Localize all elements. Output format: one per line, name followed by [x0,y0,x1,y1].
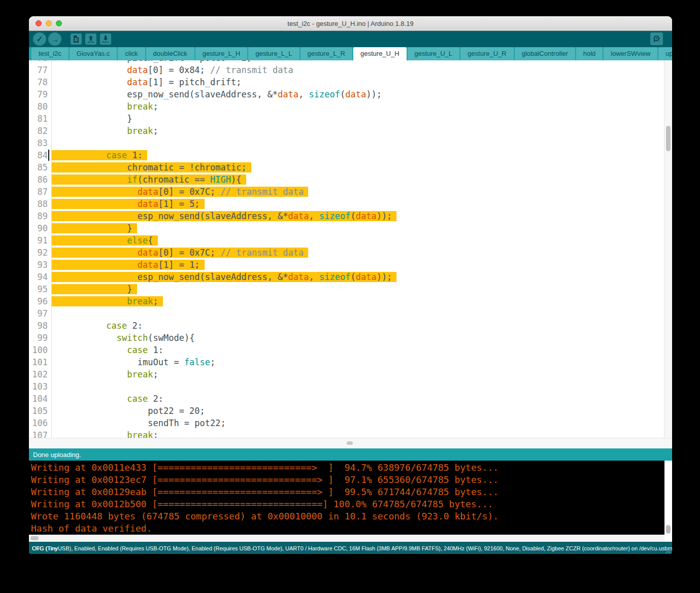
save-button[interactable] [100,33,111,45]
code-line[interactable]: 90 } [29,222,664,234]
resize-grip-icon[interactable] [663,546,671,554]
upload-status-bar: Done uploading. [29,448,672,461]
tab-GiovaYas.c[interactable]: GiovaYas.c [70,47,117,60]
code-line[interactable]: 92 data[0] = 0x7C; // transmit data [29,247,664,259]
document-icon [72,35,80,43]
code-line[interactable]: 93 data[1] = 1; [29,259,664,271]
code-line[interactable]: 86 if(chromatic == HIGH){ [29,173,664,186]
tab-gesture_U_R[interactable]: gesture_U_R [460,47,514,60]
code-line[interactable]: 84 case 1: [29,149,664,161]
code-line-text: case 1: [52,149,664,161]
code-line[interactable]: 100 case 1: [29,344,664,356]
line-number: 85 [29,161,52,173]
tab-hold[interactable]: hold [576,47,603,60]
code-line[interactable]: 77 data[0] = 0x84; // transmit data [29,64,664,76]
upload-button[interactable]: → [48,32,61,46]
code-editor[interactable]: 76 pitch_drift = poteo - 2;77 data[0] = … [29,60,672,438]
title-bar[interactable]: test_i2c - gesture_U_H.ino | Arduino 1.8… [29,16,672,31]
code-line[interactable]: 80 break; [29,100,664,113]
tab-gesture_U_L[interactable]: gesture_U_L [408,47,459,60]
line-number: 100 [29,344,52,356]
console-vertical-scrollbar-thumb[interactable] [666,525,671,534]
selection-highlight: else{ [54,235,158,246]
window-title: test_i2c - gesture_U_H.ino | Arduino 1.8… [287,20,413,27]
tab-label: gesture_L_L [255,47,292,60]
code-line[interactable]: 79 esp_now_send(slaveAddress, &*data, si… [29,88,664,100]
code-line[interactable]: 94 esp_now_send(slaveAddress, &*data, si… [29,271,664,283]
code-line[interactable]: 78 data[1] = pitch_drift; [29,76,664,88]
tab-gesture_L_R[interactable]: gesture_L_R [301,47,352,60]
selection-highlight: data[0] = 0x7C; // transmit data [54,187,308,197]
code-line[interactable]: 106 sendTh = pot22; [29,417,664,429]
line-number: 92 [29,247,52,259]
line-number: 80 [29,100,52,113]
tab-click[interactable]: click [118,47,145,60]
new-sketch-button[interactable] [71,33,82,45]
minimize-button[interactable] [46,20,52,26]
code-line[interactable]: 81 } [29,113,664,125]
zoom-button[interactable] [56,20,62,26]
console-vertical-scrollbar[interactable] [664,461,672,542]
tab-lowerSWview[interactable]: lowerSWview [604,47,657,60]
close-button[interactable] [36,20,42,26]
selection-highlight: break; [54,296,163,306]
code-line[interactable]: 89 esp_now_send(slaveAddress, &*data, si… [29,210,664,222]
code-line[interactable]: 101 imuOut = false; [29,356,664,368]
tab-up[interactable]: upSWv [658,47,672,60]
tab-gesture_L_H[interactable]: gesture_L_H [195,47,247,60]
code-line[interactable]: 96 break; [29,295,664,307]
console-line: Writing at 0x0012b500 [=================… [31,498,672,510]
code-line[interactable]: 97 [29,307,664,320]
tab-gesture_L_L[interactable]: gesture_L_L [248,47,299,60]
open-button[interactable] [85,33,96,45]
code-line-text: esp_now_send(slaveAddress, &*data, sizeo… [52,271,664,283]
tab-label: gesture_U_R [468,47,507,60]
line-number: 103 [29,380,52,393]
code-line[interactable]: 107 break; [29,429,664,438]
code-line[interactable]: 99 switch(swMode){ [29,332,664,344]
code-line-text: data[0] = 0x7C; // transmit data [52,186,664,198]
code-line[interactable]: 91 else{ [29,234,664,247]
code-line-text: data[0] = 0x7C; // transmit data [52,247,664,259]
code-line-text: case 1: [52,344,664,356]
verify-button[interactable]: ✓ [33,32,46,46]
serial-monitor-button[interactable] [650,32,663,45]
editor-horizontal-scrollbar-thumb[interactable] [347,441,353,445]
code-line-text: if(chromatic == HIGH){ [52,173,664,186]
code-line-text: break; [52,100,664,113]
code-line[interactable]: 85 chromatic = !chromatic; [29,161,664,173]
code-line-text: case 2: [52,320,664,332]
code-line[interactable]: 83 [29,137,664,149]
line-number: 82 [29,125,52,137]
code-line[interactable]: 102 break; [29,368,664,380]
tab-globalController[interactable]: globalController [515,47,575,60]
editor-vertical-scrollbar[interactable] [664,60,672,438]
selection-highlight: esp_now_send(slaveAddress, &*data, sizeo… [54,211,396,221]
editor-horizontal-scrollbar[interactable] [29,438,672,448]
console-line: Writing at 0x0011e433 [=================… [31,462,672,474]
console-horizontal-scrollbar-thumb[interactable] [30,536,39,540]
code-lines: 76 pitch_drift = poteo - 2;77 data[0] = … [29,60,664,438]
console-horizontal-scrollbar[interactable] [29,535,664,542]
code-line[interactable]: 88 data[1] = 5; [29,198,664,210]
code-line[interactable]: 105 pot22 = 20; [29,405,664,417]
code-line[interactable]: 82 break; [29,125,664,137]
line-number: 81 [29,113,52,125]
code-line-text: break; [52,429,664,438]
code-line[interactable]: 76 pitch_drift = poteo - 2; [29,60,664,64]
tab-gesture_U_H[interactable]: gesture_U_H [353,47,407,60]
code-line[interactable]: 104 case 2: [29,393,664,405]
code-line-text: esp_now_send(slaveAddress, &*data, sizeo… [52,210,664,222]
line-number: 78 [29,76,52,88]
editor-vertical-scrollbar-thumb[interactable] [666,126,671,151]
console[interactable]: Writing at 0x0011e433 [=================… [29,461,672,542]
code-line[interactable]: 98 case 2: [29,320,664,332]
tab-test_i2c[interactable]: test_i2c [31,47,69,60]
code-line[interactable]: 87 data[0] = 0x7C; // transmit data [29,186,664,198]
code-line[interactable]: 95 } [29,283,664,295]
selection-highlight: data[0] = 0x7C; // transmit data [54,248,308,258]
tab-label: gesture_U_L [415,47,452,60]
tab-doubleClick[interactable]: doubleClick [146,47,194,60]
code-line[interactable]: 103 [29,380,664,393]
magnifier-icon [652,34,661,43]
